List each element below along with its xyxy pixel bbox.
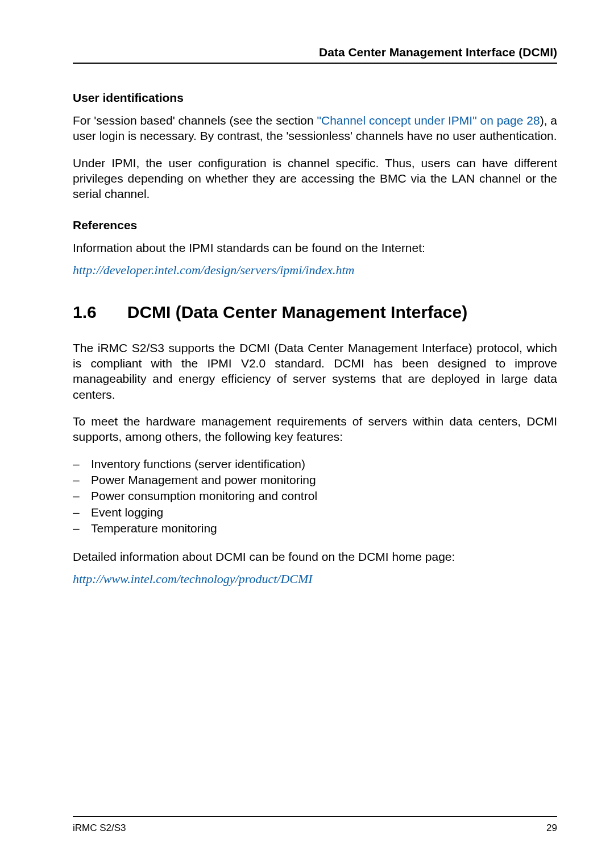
section-heading: 1.6 DCMI (Data Center Management Interfa… bbox=[73, 303, 557, 322]
footer-page-number: 29 bbox=[546, 822, 557, 834]
list-item-text: Power Management and power monitoring bbox=[91, 472, 316, 488]
page-footer: iRMC S2/S3 29 bbox=[73, 816, 557, 834]
user-identifications-para1: For 'session based' channels (see the se… bbox=[73, 113, 557, 144]
ipmi-url-link[interactable]: http://developer.intel.com/design/server… bbox=[73, 263, 355, 277]
footer-left: iRMC S2/S3 bbox=[73, 822, 126, 834]
para1-pre: For 'session based' channels (see the se… bbox=[73, 114, 317, 127]
page-container: Data Center Management Interface (DCMI) … bbox=[0, 0, 614, 868]
references-block: References Information about the IPMI st… bbox=[73, 218, 557, 277]
dcmi-url-link[interactable]: http://www.intel.com/technology/product/… bbox=[73, 572, 313, 586]
section-para3: Detailed information about DCMI can be f… bbox=[73, 549, 557, 564]
list-item: Event logging bbox=[73, 505, 557, 520]
section-title: DCMI (Data Center Management Interface) bbox=[127, 303, 467, 322]
header-region: Data Center Management Interface (DCMI) bbox=[73, 46, 557, 64]
list-item: Power Management and power monitoring bbox=[73, 472, 557, 488]
running-head: Data Center Management Interface (DCMI) bbox=[73, 46, 557, 64]
list-item-text: Temperature monitoring bbox=[91, 520, 217, 536]
list-item-text: Power consumption monitoring and control bbox=[91, 488, 317, 504]
list-item: Temperature monitoring bbox=[73, 520, 557, 536]
section-number: 1.6 bbox=[73, 303, 97, 322]
list-item-text: Inventory functions (server identificati… bbox=[91, 456, 305, 472]
user-identifications-block: User identifications For 'session based'… bbox=[73, 91, 557, 201]
channel-concept-link[interactable]: "Channel concept under IPMI" on page 28 bbox=[317, 114, 540, 127]
references-heading: References bbox=[73, 218, 557, 232]
references-url-line: http://developer.intel.com/design/server… bbox=[73, 263, 557, 278]
user-identifications-heading: User identifications bbox=[73, 91, 557, 105]
feature-list: Inventory functions (server identificati… bbox=[73, 456, 557, 537]
list-item-text: Event logging bbox=[91, 505, 163, 520]
list-item: Power consumption monitoring and control bbox=[73, 488, 557, 504]
references-intro: Information about the IPMI standards can… bbox=[73, 240, 557, 255]
section-para2: To meet the hardware management requirem… bbox=[73, 414, 557, 445]
dcmi-url-line: http://www.intel.com/technology/product/… bbox=[73, 572, 557, 586]
user-identifications-para2: Under IPMI, the user configuration is ch… bbox=[73, 155, 557, 202]
section-para1: The iRMC S2/S3 supports the DCMI (Data C… bbox=[73, 340, 557, 402]
list-item: Inventory functions (server identificati… bbox=[73, 456, 557, 472]
